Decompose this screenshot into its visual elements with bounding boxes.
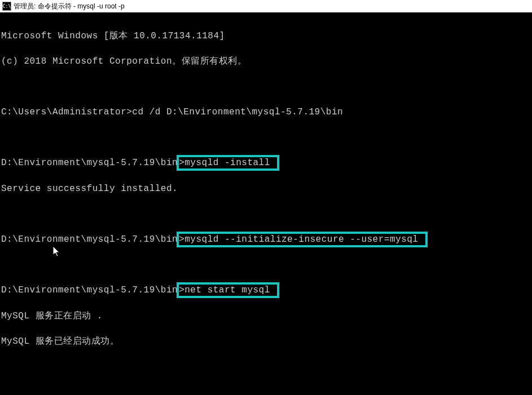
- prompt-line: D:\Environment\mysql-5.7.19\bin>mysqld -…: [1, 157, 531, 170]
- output-line: (c) 2018 Microsoft Corporation。保留所有权利。: [1, 55, 531, 68]
- output-line: MySQL 服务正在启动 .: [1, 310, 531, 323]
- prompt-line: D:\Environment\mysql-5.7.19\bin>net star…: [1, 284, 531, 297]
- window-title: 管理员: 命令提示符 - mysql -u root -p: [14, 2, 125, 11]
- output-line: Service successfully installed.: [1, 183, 531, 196]
- output-line: MySQL 服务已经启动成功。: [1, 335, 531, 348]
- prompt: D:\Environment\mysql-5.7.19\bin: [1, 285, 178, 295]
- prompt: D:\Environment\mysql-5.7.19\bin: [1, 158, 178, 168]
- output-line: Microsoft Windows [版本 10.0.17134.1184]: [1, 30, 531, 43]
- prompt: D:\Environment\mysql-5.7.19\bin: [1, 234, 178, 245]
- highlight-box: >net start mysql: [177, 282, 279, 298]
- blank-line: [1, 132, 531, 144]
- blank-line: [1, 386, 531, 395]
- command-text: cd /d D:\Environment\mysql-5.7.19\bin: [132, 107, 343, 117]
- blank-line: [1, 208, 531, 220]
- highlight-box: >mysqld --initialize-insecure --user=mys…: [177, 232, 427, 247]
- blank-line: [1, 361, 531, 374]
- prompt: C:\Users\Administrator>: [1, 107, 132, 117]
- blank-line: [1, 81, 531, 94]
- titlebar[interactable]: C:\ 管理员: 命令提示符 - mysql -u root -p: [0, 0, 532, 12]
- highlight-box: >mysqld -install: [177, 155, 279, 171]
- blank-line: [1, 259, 531, 272]
- prompt-line: D:\Environment\mysql-5.7.19\bin>mysqld -…: [1, 233, 531, 246]
- prompt-line: C:\Users\Administrator>cd /d D:\Environm…: [1, 106, 531, 119]
- terminal-output[interactable]: Microsoft Windows [版本 10.0.17134.1184] (…: [0, 12, 532, 395]
- cmd-icon: C:\: [2, 2, 11, 11]
